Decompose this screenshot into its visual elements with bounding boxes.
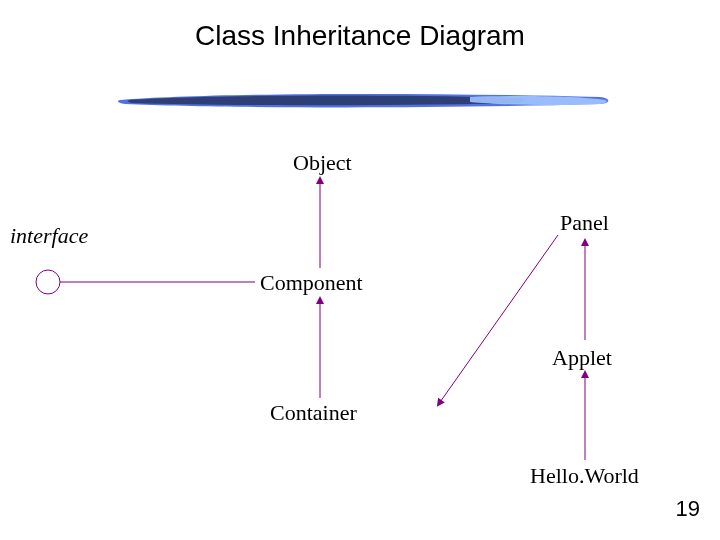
node-component: Component: [260, 270, 363, 296]
page-number: 19: [676, 496, 700, 522]
node-applet: Applet: [552, 345, 612, 371]
slide-title: Class Inheritance Diagram: [0, 20, 720, 52]
node-container: Container: [270, 400, 357, 426]
node-object: Object: [293, 150, 352, 176]
node-panel: Panel: [560, 210, 609, 236]
arrow-panel-to-container: [438, 235, 558, 405]
title-underline-icon: [118, 94, 608, 108]
interface-lollipop-icon: [36, 270, 60, 294]
interface-label: interface: [10, 223, 88, 249]
node-helloworld: Hello.World: [530, 463, 639, 489]
